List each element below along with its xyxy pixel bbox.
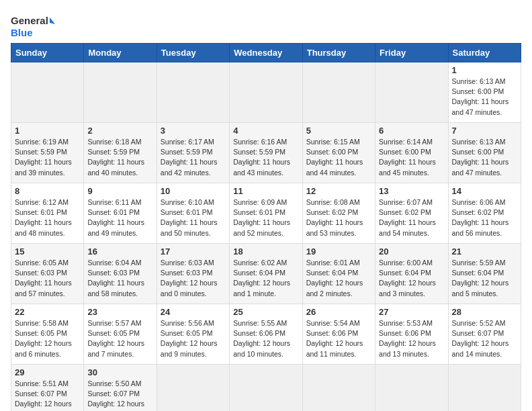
calendar-cell xyxy=(157,62,229,123)
sunrise-label: Sunrise: 5:53 AM xyxy=(379,319,433,327)
daylight-label: Daylight: 12 hours and 10 minutes. xyxy=(233,339,290,357)
cell-content: Sunrise: 6:13 AM Sunset: 6:00 PM Dayligh… xyxy=(452,137,517,178)
sunrise-label: Sunrise: 6:03 AM xyxy=(161,259,214,267)
sunset-label: Sunset: 6:03 PM xyxy=(87,269,140,277)
day-number: 14 xyxy=(452,186,517,196)
calendar-cell: 11 Sunrise: 6:09 AM Sunset: 6:01 PM Dayl… xyxy=(230,183,302,244)
day-number: 3 xyxy=(161,126,226,136)
sunset-label: Sunset: 6:04 PM xyxy=(452,269,504,277)
cell-content: Sunrise: 6:00 AM Sunset: 6:04 PM Dayligh… xyxy=(379,258,444,299)
cell-content: Sunrise: 6:11 AM Sunset: 6:01 PM Dayligh… xyxy=(87,197,152,238)
week-row-4: 22 Sunrise: 5:58 AM Sunset: 6:05 PM Dayl… xyxy=(11,304,521,365)
cell-content: Sunrise: 6:19 AM Sunset: 5:59 PM Dayligh… xyxy=(15,137,80,178)
daylight-label: Daylight: 11 hours and 50 minutes. xyxy=(161,218,218,236)
cell-content: Sunrise: 6:10 AM Sunset: 6:01 PM Dayligh… xyxy=(161,197,226,238)
daylight-label: Daylight: 11 hours and 58 minutes. xyxy=(87,279,144,297)
logo: General Blue xyxy=(11,11,58,40)
sunrise-label: Sunrise: 6:02 AM xyxy=(233,259,287,267)
calendar-cell xyxy=(230,365,302,412)
cell-content: Sunrise: 5:58 AM Sunset: 6:05 PM Dayligh… xyxy=(15,318,80,359)
sunset-label: Sunset: 6:01 PM xyxy=(15,208,67,216)
day-number: 11 xyxy=(233,186,298,196)
calendar-cell xyxy=(157,365,229,412)
calendar-cell: 20 Sunrise: 6:00 AM Sunset: 6:04 PM Dayl… xyxy=(375,244,448,304)
day-number: 15 xyxy=(15,246,80,257)
sunrise-label: Sunrise: 5:55 AM xyxy=(233,319,287,327)
cell-content: Sunrise: 5:55 AM Sunset: 6:06 PM Dayligh… xyxy=(233,318,298,359)
calendar-cell: 17 Sunrise: 6:03 AM Sunset: 6:03 PM Dayl… xyxy=(157,244,229,304)
week-row-1: 1 Sunrise: 6:19 AM Sunset: 5:59 PM Dayli… xyxy=(11,123,521,183)
calendar-cell: 1 Sunrise: 6:13 AM Sunset: 6:00 PM Dayli… xyxy=(448,62,521,123)
sunrise-label: Sunrise: 6:05 AM xyxy=(15,259,69,267)
sunrise-label: Sunrise: 6:09 AM xyxy=(233,198,287,206)
calendar-cell: 16 Sunrise: 6:04 AM Sunset: 6:03 PM Dayl… xyxy=(84,244,157,304)
sunrise-label: Sunrise: 5:57 AM xyxy=(87,319,141,327)
calendar-cell xyxy=(375,365,448,412)
calendar-cell: 12 Sunrise: 6:08 AM Sunset: 6:02 PM Dayl… xyxy=(302,183,375,244)
sunset-label: Sunset: 6:05 PM xyxy=(15,329,67,337)
sunset-label: Sunset: 6:07 PM xyxy=(452,329,504,337)
sunset-label: Sunset: 6:05 PM xyxy=(161,329,213,337)
day-number: 19 xyxy=(306,246,371,257)
day-header-saturday: Saturday xyxy=(448,44,521,62)
daylight-label: Daylight: 11 hours and 47 minutes. xyxy=(452,97,509,116)
daylight-label: Daylight: 11 hours and 49 minutes. xyxy=(87,218,144,236)
day-number: 6 xyxy=(379,126,444,136)
calendar-cell xyxy=(302,365,375,412)
sunrise-label: Sunrise: 6:08 AM xyxy=(306,198,360,206)
week-row-5: 29 Sunrise: 5:51 AM Sunset: 6:07 PM Dayl… xyxy=(11,365,521,412)
day-number: 26 xyxy=(306,307,371,317)
sunset-label: Sunset: 6:01 PM xyxy=(161,208,213,216)
daylight-label: Daylight: 12 hours and 7 minutes. xyxy=(87,339,144,357)
calendar-cell: 18 Sunrise: 6:02 AM Sunset: 6:04 PM Dayl… xyxy=(230,244,302,304)
daylight-label: Daylight: 11 hours and 43 minutes. xyxy=(233,158,290,176)
day-number: 1 xyxy=(15,126,80,136)
sunrise-label: Sunrise: 6:07 AM xyxy=(379,198,433,206)
day-number: 17 xyxy=(161,246,226,257)
cell-content: Sunrise: 6:12 AM Sunset: 6:01 PM Dayligh… xyxy=(15,197,80,238)
calendar-cell: 28 Sunrise: 5:52 AM Sunset: 6:07 PM Dayl… xyxy=(448,304,521,365)
daylight-label: Daylight: 12 hours and 13 minutes. xyxy=(379,339,436,357)
week-row-3: 15 Sunrise: 6:05 AM Sunset: 6:03 PM Dayl… xyxy=(11,244,521,304)
day-number: 4 xyxy=(233,126,298,136)
day-number: 12 xyxy=(306,186,371,196)
sunset-label: Sunset: 6:07 PM xyxy=(87,390,140,398)
sunset-label: Sunset: 6:00 PM xyxy=(379,148,431,156)
calendar-cell xyxy=(375,62,448,123)
day-number: 18 xyxy=(233,246,298,257)
day-header-sunday: Sunday xyxy=(11,44,84,62)
daylight-label: Daylight: 12 hours and 3 minutes. xyxy=(379,279,436,297)
calendar-cell: 26 Sunrise: 5:54 AM Sunset: 6:06 PM Dayl… xyxy=(302,304,375,365)
daylight-label: Daylight: 11 hours and 48 minutes. xyxy=(15,218,72,236)
day-number: 21 xyxy=(452,246,517,257)
calendar-cell: 3 Sunrise: 6:17 AM Sunset: 5:59 PM Dayli… xyxy=(157,123,229,183)
sunset-label: Sunset: 6:01 PM xyxy=(233,208,285,216)
calendar-cell: 6 Sunrise: 6:14 AM Sunset: 6:00 PM Dayli… xyxy=(375,123,448,183)
day-number: 22 xyxy=(15,307,80,317)
sunrise-label: Sunrise: 6:16 AM xyxy=(233,138,287,146)
day-number: 27 xyxy=(379,307,444,317)
day-header-monday: Monday xyxy=(84,44,157,62)
day-number: 8 xyxy=(15,186,80,196)
sunset-label: Sunset: 6:01 PM xyxy=(87,208,140,216)
calendar-cell: 25 Sunrise: 5:55 AM Sunset: 6:06 PM Dayl… xyxy=(230,304,302,365)
sunrise-label: Sunrise: 5:59 AM xyxy=(452,259,506,267)
sunset-label: Sunset: 6:00 PM xyxy=(306,148,359,156)
sunset-label: Sunset: 6:03 PM xyxy=(15,269,67,277)
daylight-label: Daylight: 11 hours and 47 minutes. xyxy=(452,158,509,176)
day-number: 10 xyxy=(161,186,226,196)
sunset-label: Sunset: 6:02 PM xyxy=(379,208,431,216)
cell-content: Sunrise: 5:57 AM Sunset: 6:05 PM Dayligh… xyxy=(87,318,152,359)
sunset-label: Sunset: 5:59 PM xyxy=(87,148,140,156)
daylight-label: Daylight: 12 hours and 9 minutes. xyxy=(161,339,218,357)
svg-text:General: General xyxy=(11,15,48,26)
cell-content: Sunrise: 6:13 AM Sunset: 6:00 PM Dayligh… xyxy=(452,77,517,118)
calendar-cell: 9 Sunrise: 6:11 AM Sunset: 6:01 PM Dayli… xyxy=(84,183,157,244)
sunrise-label: Sunrise: 6:17 AM xyxy=(161,138,214,146)
sunrise-label: Sunrise: 5:58 AM xyxy=(15,319,69,327)
calendar-cell xyxy=(302,62,375,123)
daylight-label: Daylight: 11 hours and 44 minutes. xyxy=(306,158,363,176)
day-number: 23 xyxy=(87,307,152,317)
sunset-label: Sunset: 6:05 PM xyxy=(87,329,140,337)
sunrise-label: Sunrise: 5:51 AM xyxy=(15,379,69,387)
